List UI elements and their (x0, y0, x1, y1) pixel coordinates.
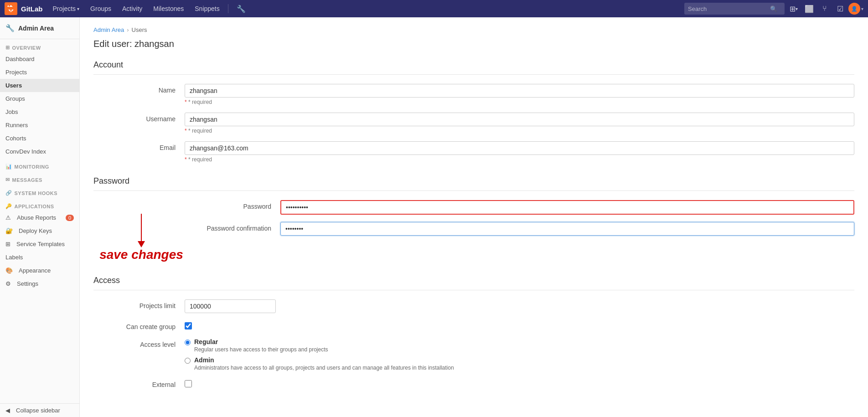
sidebar-item-groups[interactable]: Groups (0, 92, 79, 105)
password-row: Password (189, 200, 854, 215)
name-input[interactable] (185, 84, 854, 98)
sidebar-item-settings[interactable]: ⚙ Settings (0, 277, 79, 290)
search-bar[interactable]: 🔍 (684, 3, 785, 15)
breadcrumb-separator: › (127, 26, 129, 33)
wrench-icon[interactable]: 🔧 (232, 5, 250, 13)
settings-icon: ⚙ (5, 280, 11, 287)
fullscreen-icon[interactable]: ⬜ (802, 1, 816, 16)
nav-activity[interactable]: Activity (118, 0, 147, 17)
username-field: * required (185, 113, 854, 134)
service-templates-icon: ⊞ (5, 241, 10, 247)
sidebar-item-projects[interactable]: Projects (0, 66, 79, 79)
nav-groups[interactable]: Groups (86, 0, 116, 17)
user-avatar[interactable]: 👤 (848, 3, 860, 15)
username-row: Username * required (93, 113, 854, 134)
sidebar-item-labels[interactable]: Labels (0, 251, 79, 264)
projects-limit-input[interactable] (185, 299, 276, 313)
gitlab-logo-text: GitLab (21, 5, 43, 13)
breadcrumb-users: Users (132, 26, 147, 33)
applications-icon: 🔑 (5, 203, 12, 209)
arrow-annotation (138, 214, 145, 247)
email-input[interactable] (185, 141, 854, 155)
collapse-sidebar-btn[interactable]: ◀ Collapse sidebar (0, 404, 79, 417)
top-nav: GitLab Projects ▾ Groups Activity Milest… (0, 0, 868, 17)
radio-group: Regular Regular users have access to the… (185, 338, 854, 371)
email-required-hint: * required (185, 156, 854, 163)
radio-admin: Admin Administrators have access to all … (185, 356, 854, 371)
password-input[interactable] (280, 200, 854, 215)
can-create-group-row: Can create group (93, 320, 854, 331)
name-row: Name * required (93, 84, 854, 105)
overview-icon: ⊞ (5, 45, 10, 51)
sidebar-item-runners[interactable]: Runners (0, 118, 79, 132)
sidebar-item-convdev-index[interactable]: ConvDev Index (0, 145, 79, 158)
name-field: * required (185, 84, 854, 105)
username-label: Username (93, 113, 185, 123)
can-create-group-checkbox[interactable] (185, 322, 192, 329)
gitlab-logo-icon (5, 2, 17, 15)
sidebar-section-overview: ⊞ Overview (0, 39, 79, 52)
username-input[interactable] (185, 113, 854, 126)
nav-logo[interactable]: GitLab (5, 2, 43, 15)
sidebar-section-monitoring: 📊 Monitoring (0, 158, 79, 171)
sidebar-item-users[interactable]: Users (0, 79, 79, 92)
nav-divider (228, 4, 228, 13)
email-label: Email (93, 141, 185, 151)
sidebar-item-service-templates[interactable]: ⊞ Service Templates (0, 237, 79, 251)
sidebar-item-cohorts[interactable]: Cohorts (0, 132, 79, 145)
plus-create-btn[interactable]: ⊞ ▾ (786, 1, 801, 16)
merge-requests-icon[interactable]: ⑂ (817, 1, 832, 16)
password-field (280, 200, 854, 215)
email-field: * required (185, 141, 854, 163)
regular-desc: Regular users have access to their group… (194, 346, 328, 353)
name-required-hint: * required (185, 99, 854, 105)
avatar-dropdown-icon[interactable]: ▾ (861, 6, 863, 11)
account-section-title: Account (93, 60, 854, 75)
page-title: Edit user: zhangsan (93, 39, 854, 49)
breadcrumb: Admin Area › Users (93, 26, 854, 33)
sidebar-header: 🔧 Admin Area (0, 17, 79, 39)
abuse-reports-badge: 0 (66, 215, 74, 221)
search-input[interactable] (688, 5, 770, 12)
nav-projects[interactable]: Projects ▾ (48, 0, 84, 17)
arrow-head (138, 241, 145, 247)
arrow-line (141, 214, 142, 241)
can-create-group-field (185, 320, 854, 331)
sidebar-item-deploy-keys[interactable]: 🔐 Deploy Keys (0, 224, 79, 237)
external-label: External (93, 378, 185, 388)
projects-limit-row: Projects limit (93, 299, 854, 313)
radio-admin-input[interactable] (185, 358, 191, 364)
external-checkbox[interactable] (185, 380, 192, 387)
password-confirmation-input[interactable] (280, 222, 854, 236)
breadcrumb-admin-area[interactable]: Admin Area (93, 26, 124, 33)
nav-icons: ⊞ ▾ ⬜ ⑂ ☑ 👤 ▾ (786, 1, 863, 16)
password-label: Password (189, 200, 280, 210)
sidebar-item-abuse-reports[interactable]: ⚠ Abuse Reports 0 (0, 211, 79, 224)
nav-milestones[interactable]: Milestones (149, 0, 188, 17)
radio-regular-input[interactable] (185, 340, 191, 345)
collapse-icon: ◀ (5, 407, 10, 414)
access-section-title: Access (93, 276, 854, 290)
access-section: Access Projects limit Can create group A… (93, 276, 854, 389)
sidebar-item-jobs[interactable]: Jobs (0, 105, 79, 118)
access-level-field: Regular Regular users have access to the… (185, 338, 854, 371)
can-create-group-label: Can create group (93, 320, 185, 330)
sidebar-section-messages: ✉ Messages (0, 171, 79, 185)
sidebar-item-appearance[interactable]: 🎨 Appearance (0, 264, 79, 277)
password-fields: Password Password confirmation (189, 200, 854, 262)
password-section-title: Password (93, 176, 854, 191)
sidebar-section-system-hooks: 🔗 System Hooks (0, 185, 79, 198)
password-section: Password save changes Password (93, 176, 854, 262)
access-level-row: Access level Regular Regular users have … (93, 338, 854, 371)
projects-limit-field (185, 299, 854, 313)
main-content: Admin Area › Users Edit user: zhangsan A… (80, 17, 868, 417)
sidebar-header-title: Admin Area (18, 25, 54, 32)
admin-desc: Administrators have access to all groups… (194, 365, 454, 371)
admin-area-icon: 🔧 (5, 24, 15, 32)
password-confirmation-field (280, 222, 854, 236)
sidebar-item-dashboard[interactable]: Dashboard (0, 52, 79, 66)
email-row: Email * required (93, 141, 854, 163)
projects-limit-label: Projects limit (93, 299, 185, 309)
nav-snippets[interactable]: Snippets (190, 0, 224, 17)
issues-icon[interactable]: ☑ (833, 1, 847, 16)
